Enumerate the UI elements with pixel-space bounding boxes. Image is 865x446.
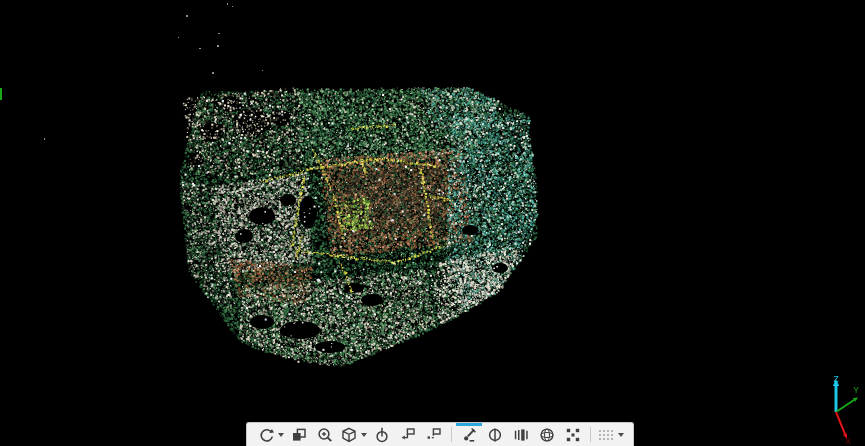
toolbar-separator: [451, 427, 452, 442]
dropdown-caret[interactable]: [361, 433, 367, 437]
tool-orbit[interactable]: [256, 424, 285, 446]
cube-icon: [340, 426, 358, 444]
tool-turntable[interactable]: [370, 424, 394, 446]
flag-icon: [399, 426, 417, 444]
orbit-icon: [257, 426, 275, 444]
x-axis-arrow: [836, 412, 845, 434]
expand-icon: [564, 426, 582, 444]
axis-gizmo: ZYX: [806, 374, 865, 446]
dropdown-caret[interactable]: [278, 433, 284, 437]
tool-pick-scan[interactable]: [457, 424, 481, 446]
toolbar-separator: [590, 427, 591, 442]
y-axis-arrow: [836, 400, 854, 412]
slice-bars-icon: [512, 426, 530, 444]
tool-pan[interactable]: [287, 424, 311, 446]
tool-add-annotation[interactable]: [422, 424, 446, 446]
bottom-toolbar: [246, 422, 634, 446]
tool-render-sphere[interactable]: [535, 424, 559, 446]
tool-split-view[interactable]: [483, 424, 507, 446]
tool-annotation[interactable]: [396, 424, 420, 446]
contrast-icon: [486, 426, 504, 444]
tool-fit-view[interactable]: [561, 424, 585, 446]
left-edge-marker: [0, 88, 2, 100]
turntable-icon: [373, 426, 391, 444]
tool-slices[interactable]: [509, 424, 533, 446]
y-axis-label: Y: [853, 385, 859, 395]
dot-grid-icon: [597, 426, 615, 444]
tool-grid-options[interactable]: [596, 424, 625, 446]
zoom-icon: [316, 426, 334, 444]
point-cloud-viewport[interactable]: [0, 0, 865, 446]
dropdown-caret[interactable]: [618, 433, 624, 437]
viewer-window: ZYX: [0, 0, 865, 446]
z-axis-label: Z: [833, 374, 838, 384]
stylus-icon: [460, 426, 478, 444]
x-axis-label: X: [845, 436, 851, 446]
flag-dashed-icon: [425, 426, 443, 444]
tool-zoom-window[interactable]: [313, 424, 337, 446]
tool-views[interactable]: [339, 424, 368, 446]
sphere-icon: [538, 426, 556, 444]
pan-icon: [290, 426, 308, 444]
